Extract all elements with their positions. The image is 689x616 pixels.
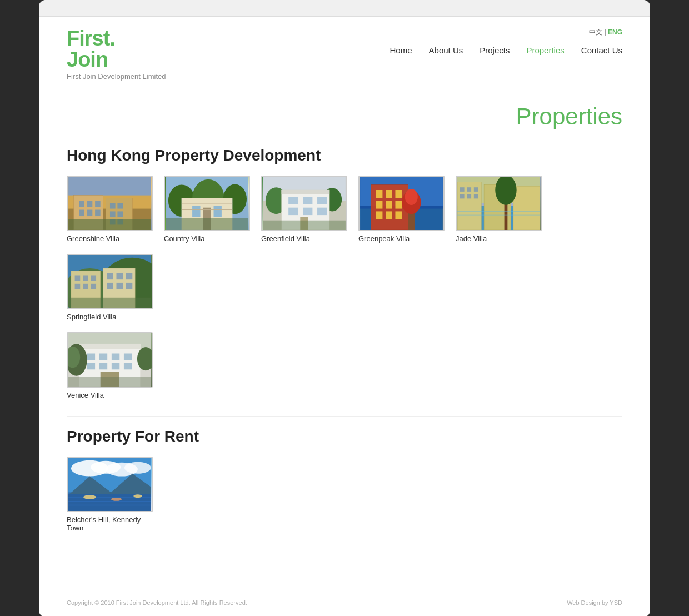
svg-rect-94 [117, 283, 123, 289]
svg-point-126 [111, 498, 122, 501]
property-name-springfield: Springfield Villa [67, 313, 153, 321]
page-title: Properties [67, 103, 622, 130]
svg-rect-89 [91, 284, 96, 289]
property-greenpeak[interactable]: Greenpeak Villa [358, 176, 445, 243]
svg-rect-104 [87, 353, 95, 360]
svg-rect-9 [87, 210, 93, 217]
svg-point-127 [133, 494, 142, 498]
top-right: 中文 | ENG Home About Us Projects Properti… [390, 28, 622, 55]
svg-rect-93 [107, 283, 113, 289]
browser-top-bar [39, 0, 650, 17]
property-thumb-greenpeak [358, 176, 445, 231]
svg-rect-73 [474, 194, 478, 199]
svg-rect-106 [112, 353, 119, 360]
svg-rect-12 [110, 203, 116, 209]
property-name-greenpeak: Greenpeak Villa [358, 234, 445, 243]
property-thumb-greenfield [261, 176, 347, 231]
nav-properties[interactable]: Properties [526, 46, 564, 55]
nav-contact[interactable]: Contact Us [581, 46, 622, 55]
property-thumb-springfield [67, 254, 153, 309]
svg-rect-15 [117, 211, 123, 217]
svg-rect-51 [386, 190, 392, 198]
property-venice[interactable]: Venice Villa [67, 332, 153, 399]
svg-rect-87 [75, 284, 81, 289]
svg-rect-110 [112, 363, 119, 370]
property-name-greenshine: Greenshine Villa [67, 234, 153, 243]
property-country[interactable]: Country Villa [164, 176, 250, 243]
svg-rect-84 [75, 275, 81, 281]
hk-properties-grid: Greenshine Villa [67, 176, 622, 321]
page-footer: Copyright © 2010 First Join Development … [39, 588, 650, 616]
property-thumb-country [164, 176, 250, 231]
property-greenfield[interactable]: Greenfield Villa [261, 176, 347, 243]
svg-rect-26 [214, 206, 222, 217]
property-greenshine[interactable]: Greenshine Villa [67, 176, 153, 243]
svg-rect-111 [124, 363, 132, 370]
section-divider [67, 416, 622, 417]
svg-rect-105 [99, 353, 107, 360]
language-switcher[interactable]: 中文 | ENG [390, 28, 622, 37]
svg-rect-8 [79, 210, 84, 217]
svg-rect-40 [288, 208, 298, 215]
svg-rect-41 [303, 208, 312, 215]
section1-title: Hong Kong Property Development [67, 147, 622, 164]
svg-rect-52 [395, 190, 402, 198]
hk-properties-grid-row2: Venice Villa [67, 332, 622, 399]
svg-rect-10 [95, 210, 101, 217]
rent-properties-grid: Belcher's Hill, Kennedy Town [67, 457, 622, 532]
svg-rect-39 [317, 197, 327, 204]
svg-rect-100 [79, 344, 140, 349]
nav-projects[interactable]: Projects [480, 46, 510, 55]
property-name-jade: Jade Villa [456, 234, 542, 243]
svg-point-119 [124, 462, 151, 474]
svg-rect-85 [83, 275, 88, 281]
svg-rect-57 [386, 211, 392, 219]
main-nav: Home About Us Projects Properties Contac… [390, 46, 622, 55]
property-thumb-venice [67, 332, 153, 388]
logo-first: First. [67, 27, 115, 50]
logo-area: First. Join First Join Development Limit… [67, 28, 166, 81]
svg-rect-70 [474, 187, 478, 192]
section2-title: Property For Rent [67, 428, 622, 445]
svg-rect-13 [117, 203, 123, 209]
browser-window: First. Join First Join Development Limit… [39, 0, 650, 616]
svg-rect-72 [467, 194, 471, 199]
svg-rect-86 [91, 275, 96, 281]
property-thumb-jade [456, 176, 542, 231]
svg-rect-58 [395, 211, 402, 219]
svg-rect-18 [68, 219, 151, 230]
page-header: First. Join First Join Development Limit… [67, 28, 622, 86]
property-jade[interactable]: Jade Villa [456, 176, 542, 243]
svg-rect-96 [68, 298, 151, 308]
svg-rect-107 [124, 353, 132, 360]
svg-rect-55 [395, 201, 402, 208]
property-name-venice: Venice Villa [67, 391, 153, 399]
svg-rect-36 [282, 190, 329, 194]
svg-rect-7 [95, 201, 101, 207]
svg-rect-5 [79, 201, 84, 207]
svg-rect-38 [303, 197, 312, 204]
svg-rect-109 [99, 363, 107, 370]
nav-about[interactable]: About Us [429, 46, 463, 55]
property-thumb-greenshine [67, 176, 153, 231]
header-divider [67, 92, 622, 92]
svg-point-61 [405, 189, 418, 205]
svg-rect-90 [107, 273, 113, 280]
svg-rect-50 [376, 190, 383, 198]
footer-copyright: Copyright © 2010 First Join Development … [67, 599, 247, 606]
lang-english[interactable]: ENG [608, 28, 622, 36]
svg-rect-54 [386, 201, 392, 208]
svg-rect-37 [288, 197, 298, 204]
svg-rect-3 [68, 177, 151, 196]
logo[interactable]: First. Join [67, 28, 166, 70]
lang-chinese[interactable]: 中文 [589, 28, 602, 36]
nav-home[interactable]: Home [390, 46, 412, 55]
svg-rect-14 [110, 211, 116, 217]
property-springfield[interactable]: Springfield Villa [67, 254, 153, 321]
svg-rect-95 [126, 283, 133, 289]
property-belchers[interactable]: Belcher's Hill, Kennedy Town [67, 457, 153, 532]
svg-rect-42 [317, 208, 327, 215]
svg-rect-88 [83, 284, 88, 289]
svg-rect-69 [467, 187, 471, 192]
svg-rect-113 [68, 377, 151, 387]
